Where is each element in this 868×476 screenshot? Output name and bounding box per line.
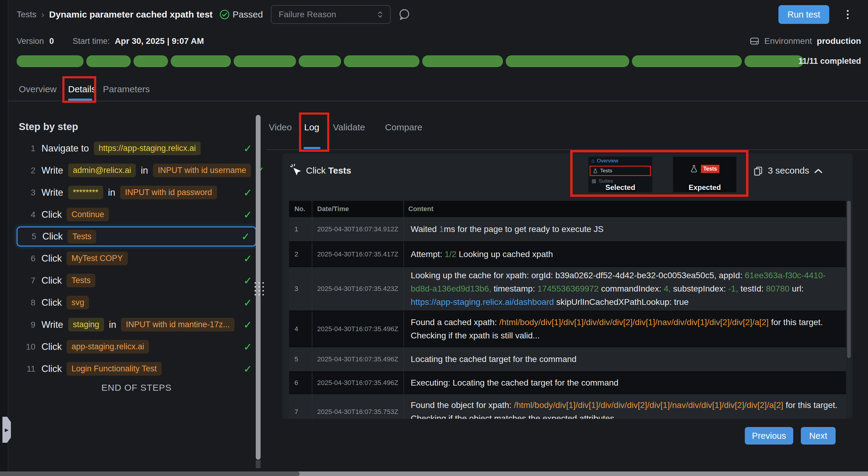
step-action: Click	[41, 364, 62, 374]
step-number: 9	[17, 320, 35, 330]
detail-tabs-divider	[266, 149, 868, 150]
step-action: Write	[41, 165, 63, 176]
progress-segment[interactable]	[745, 55, 804, 67]
log-text-segment: substepIndex:	[671, 284, 728, 293]
status-label: Passed	[233, 9, 263, 20]
tab-video[interactable]: Video	[269, 122, 292, 132]
step-check-icon: ✓	[244, 297, 252, 309]
tab-validate[interactable]: Validate	[333, 122, 365, 132]
step-number: 11	[17, 364, 35, 374]
flask-icon	[593, 168, 598, 174]
tab-log[interactable]: Log	[304, 122, 319, 132]
run-test-button[interactable]: Run test	[778, 5, 829, 24]
panel-resize-handle-icon[interactable]	[254, 282, 264, 296]
progress-segment[interactable]	[344, 55, 420, 67]
progress-segment[interactable]	[299, 55, 341, 67]
log-table-header: No. Date/Time Content	[289, 201, 846, 217]
log-text-segment: skipUrlInCachedXPathLookup: true	[554, 297, 688, 307]
log-text-segment: Waited	[411, 225, 439, 234]
expand-panel-flap[interactable]: ▶	[2, 417, 11, 443]
progress-segment[interactable]	[86, 55, 131, 67]
log-text-segment: -1,	[728, 284, 738, 293]
step-row[interactable]: 9 Write staging in INPUT with id mantine…	[17, 314, 256, 336]
progress-segment[interactable]	[234, 55, 296, 67]
log-row: 5 2025-04-30T16:07:35.496Z Locating the …	[289, 347, 846, 372]
step-number: 1	[17, 144, 35, 153]
progress-segment[interactable]	[506, 55, 629, 67]
tab-compare[interactable]: Compare	[385, 122, 422, 132]
environment-label: Environment	[765, 36, 812, 46]
status-badge: Passed	[219, 9, 263, 20]
step-row[interactable]: 8 Click svg ✓	[17, 292, 256, 314]
chevron-right-icon: ›	[41, 9, 44, 20]
flap-arrow-icon: ▶	[5, 427, 8, 433]
step-target-badge: Tests	[67, 274, 95, 287]
log-text-segment: Looking up cached xpath	[456, 249, 553, 259]
kebab-menu-icon[interactable]	[845, 8, 850, 21]
step-row[interactable]: 3 Write ******** in INPUT with id passwo…	[17, 181, 256, 204]
expected-tests-highlight: Tests	[701, 165, 720, 173]
log-text-segment: Attempt:	[411, 249, 444, 259]
chevron-up-icon[interactable]	[814, 168, 823, 174]
step-check-icon: ✓	[244, 142, 252, 155]
log-text-segment: timestamp:	[491, 284, 537, 293]
step-action: Click	[41, 253, 62, 264]
step-number: 7	[17, 276, 35, 285]
step-row[interactable]: 1 Navigate to https://app-staging.relicx…	[17, 137, 256, 159]
copy-icon[interactable]	[753, 166, 763, 176]
comment-bubble-icon[interactable]	[398, 8, 411, 21]
log-text-segment: testId:	[738, 284, 766, 293]
col-datetime: Date/Time	[312, 201, 403, 217]
step-value-badge: ********	[68, 186, 103, 199]
step-number: 6	[17, 254, 35, 263]
step-in-label: in	[109, 319, 116, 330]
log-card: Click Tests ⌂Overview Tests ▦Suites Sele…	[282, 153, 852, 419]
step-number: 10	[17, 342, 35, 352]
log-row-content: Found the object for xpath: /html/body/d…	[403, 394, 846, 419]
step-check-icon: ✓	[244, 341, 252, 353]
step-row[interactable]: 4 Click Continue ✓	[17, 204, 256, 226]
meta-row: Version 0 Start time: Apr 30, 2025 | 9:0…	[17, 33, 861, 49]
step-row[interactable]: 2 Write admin@relicx.ai in INPUT with id…	[17, 159, 256, 181]
house-icon: ⌂	[591, 158, 594, 164]
step-target-badge: app-staging.relicx.ai	[67, 340, 149, 353]
log-row: 1 2025-04-30T16:07:34.912Z Waited 1ms fo…	[289, 217, 846, 242]
previous-button[interactable]: Previous	[745, 427, 793, 445]
tab-parameters[interactable]: Parameters	[103, 84, 150, 94]
col-content: Content	[403, 201, 846, 217]
progress-segment[interactable]	[422, 55, 503, 67]
step-target-badge: Continue	[67, 208, 109, 222]
mini-overview-label: Overview	[597, 158, 618, 164]
log-row-content: Attempt: 1/2 Looking up cached xpath	[403, 242, 846, 266]
step-row[interactable]: 10 Click app-staging.relicx.ai ✓	[17, 336, 256, 358]
progress-segment[interactable]	[17, 55, 84, 67]
progress-segment[interactable]	[133, 55, 168, 67]
log-row-time: 2025-04-30T16:07:35.417Z	[312, 242, 403, 266]
breadcrumb-tests-link[interactable]: Tests	[17, 10, 36, 19]
failure-reason-select[interactable]: Failure Reason	[271, 5, 391, 24]
log-row-content: Executing: Locating the cached target fo…	[403, 372, 846, 394]
tab-overview[interactable]: Overview	[19, 84, 57, 94]
step-row[interactable]: 6 Click MyTest COPY ✓	[17, 247, 256, 269]
horizontal-scrollbar-thumb[interactable]	[0, 472, 300, 476]
step-row[interactable]: 11 Click Login Functionality Test ✓	[17, 358, 256, 380]
progress-segment[interactable]	[632, 55, 742, 67]
step-check-icon: ✓	[244, 319, 252, 331]
step-row-selected[interactable]: 5 Click Tests ✓	[17, 227, 256, 246]
step-target-badge: MyTest COPY	[67, 251, 128, 265]
next-button[interactable]: Next	[801, 427, 836, 445]
selected-thumbnail[interactable]: ⌂Overview Tests ▦Suites Selected	[588, 157, 652, 192]
log-row-time: 2025-04-30T16:07:35.496Z	[312, 372, 403, 394]
step-row[interactable]: 7 Click Tests ✓	[17, 269, 256, 292]
log-text-segment: https://app-staging.relicx.ai/dashboard	[411, 297, 554, 307]
log-scrollbar[interactable]	[847, 201, 851, 358]
tab-details[interactable]: Details	[68, 84, 96, 94]
log-text-segment: 80780	[766, 284, 789, 293]
log-text-segment: ms for the page to get ready to execute …	[444, 225, 603, 234]
progress-segment[interactable]	[171, 55, 231, 67]
expected-thumbnail[interactable]: Tests Expected	[673, 157, 736, 192]
log-text-segment: 1	[439, 225, 444, 234]
step-number: 8	[17, 298, 35, 308]
step-check-icon: ✓	[242, 231, 250, 242]
log-text-segment: Found a cached xpath:	[411, 317, 499, 327]
